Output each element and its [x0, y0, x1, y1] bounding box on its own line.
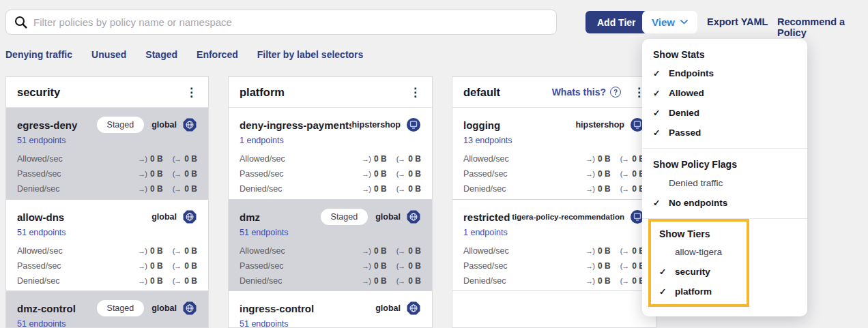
ingress-icon: →) — [138, 155, 147, 163]
policy-card-egress-deny[interactable]: egress-deny Staged global 51 endpoints A… — [6, 108, 208, 199]
tier-header: default Whats this? ? ⋮ — [452, 77, 656, 108]
tier-header: platform ⋮ — [229, 77, 432, 108]
endpoints-link[interactable]: 51 endpoints — [240, 228, 421, 240]
stat-row: Passed/sec→)0 B(→0 B — [240, 258, 421, 273]
egress-icon: (→ — [173, 155, 182, 163]
stat-label: Passed/sec — [17, 261, 128, 271]
ingress-icon: →) — [585, 185, 594, 193]
menu-item-allow-tigera[interactable]: ✓ allow-tigera — [651, 242, 747, 262]
egress-icon: (→ — [620, 277, 629, 285]
check-icon: ✓ — [653, 198, 663, 208]
stat-in-value: 0 B — [150, 169, 163, 179]
endpoints-link[interactable]: 51 endpoints — [17, 136, 197, 148]
policy-name: restricted — [463, 211, 512, 223]
stat-row: Allowed/sec→)0 B(→0 B — [17, 151, 197, 166]
ingress-icon: →) — [585, 155, 594, 163]
stat-in-value: 0 B — [598, 276, 611, 286]
stat-in-value: 0 B — [598, 184, 611, 194]
stat-row: Allowed/sec→)0 B(→0 B — [463, 151, 645, 166]
recommend-policy-button[interactable]: Recommend a Policy — [777, 16, 868, 38]
policy-search[interactable] — [5, 10, 557, 35]
kebab-menu-icon[interactable]: ⋮ — [409, 87, 421, 98]
stat-label: Denied/sec — [240, 184, 352, 194]
kebab-menu-icon[interactable]: ⋮ — [186, 87, 197, 98]
policy-card-allow-dns[interactable]: allow-dns global 51 endpoints Allowed/se… — [6, 199, 208, 290]
stat-out-value: 0 B — [184, 154, 197, 164]
whats-this-link[interactable]: Whats this? ? — [552, 87, 621, 98]
view-dropdown-button[interactable]: View — [642, 11, 697, 33]
ingress-icon: →) — [362, 170, 371, 178]
stat-in-value: 0 B — [598, 154, 611, 164]
stat-label: Denied/sec — [463, 276, 576, 286]
stat-row: Passed/sec→)0 B(→0 B — [17, 258, 197, 273]
check-icon: ✓ — [653, 128, 663, 138]
view-button-label: View — [652, 16, 675, 28]
menu-section-show-tiers: Show Tiers ✓ allow-tigera ✓ security ✓ p… — [642, 218, 807, 312]
egress-icon: (→ — [173, 262, 182, 270]
stat-in-value: 0 B — [598, 261, 611, 271]
policy-scope: hipstershop — [575, 120, 624, 130]
policy-stats: Allowed/sec→)0 B(→0 BPassed/sec→)0 B(→0 … — [17, 243, 197, 288]
policy-card-dmz[interactable]: dmz Staged global 51 endpoints Allowed/s… — [229, 199, 432, 290]
menu-item-label: Denied — [669, 108, 699, 118]
endpoints-link[interactable]: 13 endpoints — [463, 136, 645, 148]
stat-in-value: 0 B — [598, 169, 611, 179]
search-icon — [14, 16, 27, 29]
stat-label: Denied/sec — [463, 184, 576, 194]
stat-in-value: 0 B — [150, 184, 163, 194]
policy-card-deny-ingress-paymentservice[interactable]: deny-ingress-paymentservi… hipstershop 1… — [229, 108, 432, 199]
stat-label: Denied/sec — [17, 184, 128, 194]
menu-item-allowed[interactable]: ✓ Allowed — [642, 83, 807, 103]
endpoints-link[interactable]: 51 endpoints — [17, 319, 197, 328]
menu-item-label: security — [675, 267, 710, 277]
menu-item-platform[interactable]: ✓ platform — [651, 282, 747, 301]
search-input[interactable] — [33, 16, 548, 28]
policy-card-logging[interactable]: logging hipstershop 13 endpoints Allowed… — [452, 108, 656, 199]
egress-icon: (→ — [173, 170, 182, 178]
filter-staged[interactable]: Staged — [145, 49, 177, 60]
menu-item-endpoints[interactable]: ✓ Endpoints — [642, 63, 807, 83]
stat-in-value: 0 B — [374, 246, 387, 256]
ingress-icon: →) — [362, 247, 371, 255]
ingress-icon: →) — [362, 185, 371, 193]
policy-name: deny-ingress-paymentservi… — [240, 119, 351, 131]
stat-out-value: 0 B — [408, 276, 421, 286]
menu-item-denied[interactable]: ✓ Denied — [642, 103, 807, 123]
egress-icon: (→ — [396, 185, 405, 193]
stat-out-value: 0 B — [184, 276, 197, 286]
ingress-icon: →) — [362, 262, 371, 270]
policy-scope: global — [375, 212, 401, 222]
stat-row: Allowed/sec→)0 B(→0 B — [17, 243, 197, 258]
stat-row: Denied/sec→)0 B(→0 B — [17, 181, 197, 196]
global-policy-icon — [182, 209, 197, 224]
check-icon: ✓ — [659, 286, 669, 297]
menu-item-passed[interactable]: ✓ Passed — [642, 123, 807, 143]
endpoints-link[interactable]: 51 endpoints — [17, 228, 197, 240]
export-yaml-button[interactable]: Export YAML — [707, 16, 768, 27]
tier-name: platform — [240, 86, 403, 99]
menu-section-show-stats: Show Stats ✓ Endpoints ✓ Allowed ✓ Denie… — [642, 39, 807, 148]
namespace-policy-icon — [406, 117, 421, 132]
stat-row: Allowed/sec→)0 B(→0 B — [240, 151, 421, 166]
filter-enforced[interactable]: Enforced — [197, 49, 238, 60]
stat-label: Allowed/sec — [17, 246, 128, 256]
filter-denying-traffic[interactable]: Denying traffic — [5, 49, 72, 60]
stat-out-value: 0 B — [184, 184, 197, 194]
stat-label: Passed/sec — [463, 169, 576, 179]
menu-item-no-endpoints[interactable]: ✓ No endpoints — [642, 193, 807, 213]
tier-name: security — [17, 86, 179, 99]
endpoints-link[interactable]: 51 endpoints — [240, 319, 421, 328]
add-tier-button[interactable]: Add Tier — [585, 11, 648, 33]
endpoints-link[interactable]: 1 endpoints — [463, 228, 645, 240]
policy-card-dmz-control[interactable]: dmz-control Staged global 51 endpoints A… — [6, 290, 208, 328]
policy-card-restricted[interactable]: restricted tigera-policy-recommendation … — [452, 199, 656, 290]
endpoints-link[interactable]: 1 endpoints — [240, 136, 421, 148]
egress-icon: (→ — [173, 277, 182, 285]
stat-label: Passed/sec — [240, 261, 352, 271]
menu-item-label: allow-tigera — [675, 247, 722, 257]
menu-item-security[interactable]: ✓ security — [651, 262, 747, 282]
filter-unused[interactable]: Unused — [91, 49, 126, 60]
policy-card-ingress-control[interactable]: ingress-control global 51 endpoints Allo… — [229, 290, 432, 328]
filter-label-selectors[interactable]: Filter by label selectors — [257, 49, 364, 60]
menu-item-denied-traffic[interactable]: ✓ Denied traffic — [642, 173, 807, 193]
